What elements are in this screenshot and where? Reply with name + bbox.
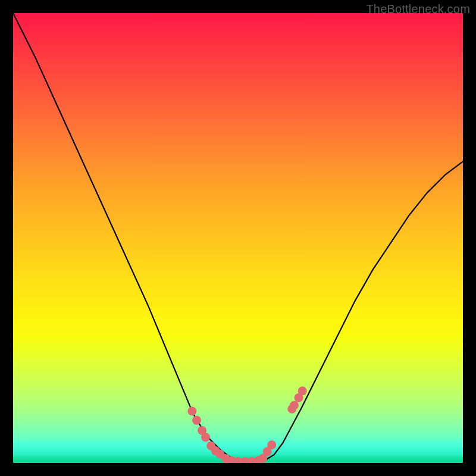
marker-dot	[298, 387, 307, 396]
curve-line	[13, 13, 463, 462]
marker-dot	[267, 440, 276, 449]
marker-dot	[201, 433, 210, 441]
marker-dot	[187, 407, 196, 416]
chart-svg	[13, 13, 463, 463]
marker-dot	[290, 401, 299, 410]
watermark-label: TheBottleneck.com	[366, 2, 470, 16]
curve-markers	[187, 387, 306, 463]
chart-plot-area	[13, 13, 463, 463]
chart-container: TheBottleneck.com	[0, 0, 476, 476]
marker-dot	[192, 416, 201, 425]
